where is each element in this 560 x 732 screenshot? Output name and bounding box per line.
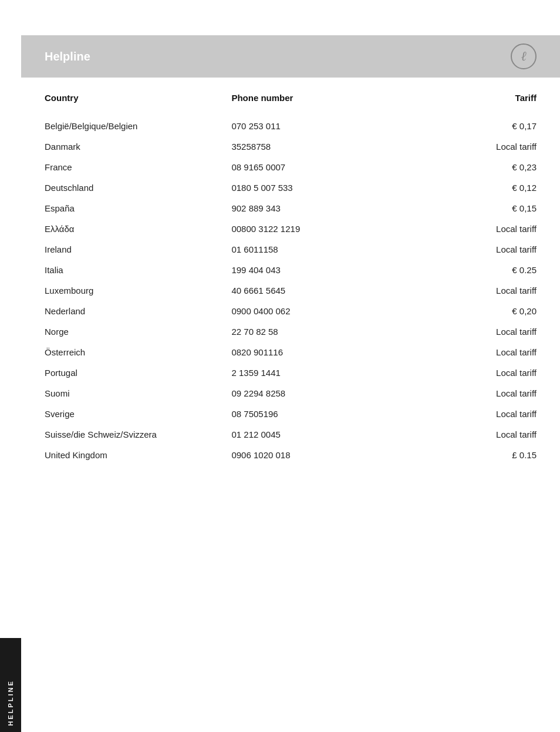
cell-country: Suisse/die Schweiz/Svizzera	[45, 424, 231, 445]
cell-country: Deutschland	[45, 177, 231, 198]
table-row: United Kingdom0906 1020 018£ 0.15	[45, 445, 537, 465]
col-header-phone: Phone number	[231, 83, 403, 110]
table-row: Italia199 404 043€ 0.25	[45, 260, 537, 280]
table-row: Luxembourg40 6661 5645Local tariff	[45, 280, 537, 301]
cell-phone: 0820 901116	[231, 342, 403, 362]
table-row: Suisse/die Schweiz/Svizzera01 212 0045Lo…	[45, 424, 537, 445]
phone-icon: ℓ	[511, 43, 537, 69]
cell-country: Danmark	[45, 136, 231, 157]
table-row: Nederland0900 0400 062€ 0,20	[45, 301, 537, 321]
cell-country: España	[45, 198, 231, 219]
table-row: Deutschland0180 5 007 533€ 0,12	[45, 177, 537, 198]
cell-tariff: Local tariff	[404, 239, 537, 260]
cell-tariff: Local tariff	[404, 136, 537, 157]
header-title: Helpline	[45, 50, 90, 63]
cell-country: Nederland	[45, 301, 231, 321]
cell-phone: 01 6011158	[231, 239, 403, 260]
cell-country: België/Belgique/Belgien	[45, 116, 231, 136]
table-row: Sverige08 7505196Local tariff	[45, 404, 537, 424]
cell-tariff: Local tariff	[404, 404, 537, 424]
cell-phone: 199 404 043	[231, 260, 403, 280]
main-content: Helpline ℓ Country Phone number Tariff B…	[21, 35, 560, 465]
side-tab: HELPLINE	[0, 638, 21, 732]
col-header-country: Country	[45, 83, 231, 110]
table-row: France08 9165 0007€ 0,23	[45, 157, 537, 177]
cell-country: Österreich	[45, 342, 231, 362]
cell-phone: 35258758	[231, 136, 403, 157]
cell-phone: 902 889 343	[231, 198, 403, 219]
cell-phone: 0180 5 007 533	[231, 177, 403, 198]
cell-phone: 0900 0400 062	[231, 301, 403, 321]
cell-tariff: € 0,12	[404, 177, 537, 198]
col-header-tariff: Tariff	[404, 83, 537, 110]
cell-country: France	[45, 157, 231, 177]
cell-tariff: € 0,20	[404, 301, 537, 321]
cell-country: United Kingdom	[45, 445, 231, 465]
cell-phone: 22 70 82 58	[231, 321, 403, 342]
table-row: Österreich0820 901116Local tariff	[45, 342, 537, 362]
cell-phone: 40 6661 5645	[231, 280, 403, 301]
cell-phone: 2 1359 1441	[231, 362, 403, 383]
cell-phone: 0906 1020 018	[231, 445, 403, 465]
table-header-row: Country Phone number Tariff	[45, 83, 537, 110]
table-row: Suomi09 2294 8258Local tariff	[45, 383, 537, 404]
cell-tariff: £ 0.15	[404, 445, 537, 465]
table-row: Danmark35258758Local tariff	[45, 136, 537, 157]
cell-phone: 08 7505196	[231, 404, 403, 424]
cell-phone: 08 9165 0007	[231, 157, 403, 177]
cell-tariff: € 0,17	[404, 116, 537, 136]
cell-tariff: € 0,23	[404, 157, 537, 177]
phone-icon-glyph: ℓ	[521, 49, 526, 64]
cell-phone: 070 253 011	[231, 116, 403, 136]
cell-tariff: Local tariff	[404, 424, 537, 445]
table-row: België/Belgique/Belgien070 253 011€ 0,17	[45, 116, 537, 136]
cell-country: Suomi	[45, 383, 231, 404]
cell-tariff: Local tariff	[404, 342, 537, 362]
cell-tariff: Local tariff	[404, 321, 537, 342]
cell-tariff: Local tariff	[404, 362, 537, 383]
table-row: Ελλάδα00800 3122 1219Local tariff	[45, 219, 537, 239]
cell-tariff: Local tariff	[404, 383, 537, 404]
cell-country: Ireland	[45, 239, 231, 260]
cell-tariff: € 0.25	[404, 260, 537, 280]
table-row: Norge22 70 82 58Local tariff	[45, 321, 537, 342]
cell-tariff: € 0,15	[404, 198, 537, 219]
table-row: España902 889 343€ 0,15	[45, 198, 537, 219]
helpline-table: Country Phone number Tariff België/Belgi…	[45, 83, 537, 465]
table-row: Portugal2 1359 1441Local tariff	[45, 362, 537, 383]
cell-phone: 09 2294 8258	[231, 383, 403, 404]
page-wrapper: HELPLINE Helpline ℓ Country Phone number…	[0, 35, 560, 732]
cell-country: Sverige	[45, 404, 231, 424]
header-bar: Helpline ℓ	[21, 35, 560, 78]
cell-country: Portugal	[45, 362, 231, 383]
cell-phone: 00800 3122 1219	[231, 219, 403, 239]
cell-tariff: Local tariff	[404, 219, 537, 239]
cell-tariff: Local tariff	[404, 280, 537, 301]
cell-country: Luxembourg	[45, 280, 231, 301]
cell-phone: 01 212 0045	[231, 424, 403, 445]
cell-country: Italia	[45, 260, 231, 280]
side-tab-label: HELPLINE	[7, 680, 14, 726]
cell-country: Norge	[45, 321, 231, 342]
table-row: Ireland01 6011158Local tariff	[45, 239, 537, 260]
cell-country: Ελλάδα	[45, 219, 231, 239]
